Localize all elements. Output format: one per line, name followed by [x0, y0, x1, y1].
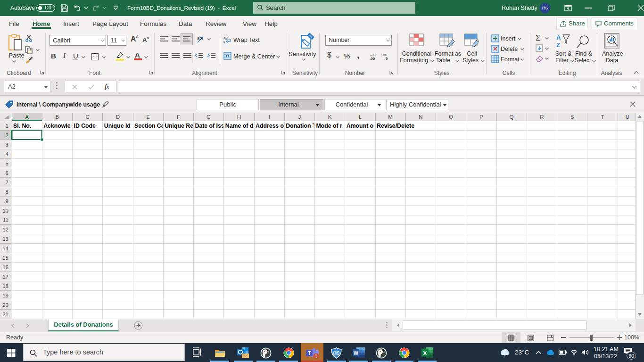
svg-text:U: U	[626, 114, 629, 120]
svg-text:T: T	[601, 114, 604, 120]
svg-text:P: P	[479, 114, 483, 120]
svg-text:.00: .00	[370, 57, 375, 60]
svg-text:W: W	[354, 350, 358, 356]
svg-text:L: L	[359, 114, 362, 120]
svg-text:9: 9	[6, 198, 8, 204]
svg-text:A: A	[25, 114, 29, 120]
svg-text:X: X	[423, 350, 427, 356]
svg-text:18: 18	[2, 283, 8, 289]
svg-text:Z: Z	[556, 41, 560, 48]
svg-text:17: 17	[2, 274, 8, 280]
svg-text:E: E	[146, 114, 150, 120]
svg-text:11: 11	[3, 217, 8, 223]
svg-text:Mode of r: Mode of r	[316, 123, 343, 129]
svg-text:M: M	[388, 114, 393, 120]
svg-text:Amount o: Amount o	[347, 123, 374, 129]
svg-text:3: 3	[6, 142, 8, 148]
svg-text:Section Co: Section Co	[134, 123, 165, 129]
svg-text:12: 12	[2, 227, 8, 232]
svg-text:A: A	[556, 34, 561, 41]
svg-text:8: 8	[6, 189, 8, 195]
svg-text:R: R	[540, 114, 544, 120]
svg-text:7: 7	[6, 180, 8, 185]
svg-text:T: T	[308, 351, 311, 356]
svg-text:13: 13	[2, 236, 8, 242]
svg-text:16: 16	[2, 264, 8, 270]
svg-text:6: 6	[6, 170, 8, 176]
svg-text:1: 1	[6, 123, 8, 129]
svg-text:2: 2	[6, 132, 8, 138]
svg-text:Acknowle: Acknowle	[43, 123, 71, 129]
svg-text:Q: Q	[510, 114, 514, 120]
svg-text:19: 19	[2, 293, 8, 298]
svg-text:21: 21	[2, 312, 8, 317]
svg-text:Date of Iss: Date of Iss	[195, 123, 224, 129]
svg-text:5: 5	[6, 161, 8, 166]
svg-text:1: 1	[315, 354, 318, 359]
svg-text:Address o: Address o	[256, 123, 284, 129]
svg-text:B: B	[56, 114, 59, 120]
svg-text:14: 14	[2, 246, 8, 251]
svg-text:O: O	[449, 114, 453, 120]
svg-text:N: N	[419, 114, 422, 120]
svg-text:Unique Re: Unique Re	[165, 123, 193, 129]
svg-text:Unique Id: Unique Id	[104, 123, 131, 129]
svg-text:G: G	[206, 114, 211, 120]
svg-text:Sl. No.: Sl. No.	[13, 123, 31, 129]
svg-text:10: 10	[2, 208, 8, 214]
svg-text:20: 20	[2, 302, 8, 308]
svg-text:ID Code: ID Code	[74, 123, 96, 129]
svg-text:Revise/Delete: Revise/Delete	[377, 123, 414, 129]
svg-text:4: 4	[6, 151, 9, 157]
svg-text:H: H	[237, 114, 241, 120]
svg-text:S: S	[570, 114, 574, 120]
svg-text:Donation T: Donation T	[286, 123, 316, 129]
svg-text:C: C	[85, 114, 89, 120]
svg-text:15: 15	[2, 255, 8, 261]
svg-text:Name of d: Name of d	[225, 123, 253, 129]
svg-text:K: K	[328, 114, 332, 120]
svg-text:J: J	[298, 114, 301, 120]
svg-text:→0: →0	[382, 57, 388, 60]
svg-text:F: F	[177, 114, 180, 120]
svg-text:I: I	[268, 114, 270, 120]
svg-text:D: D	[116, 114, 120, 120]
